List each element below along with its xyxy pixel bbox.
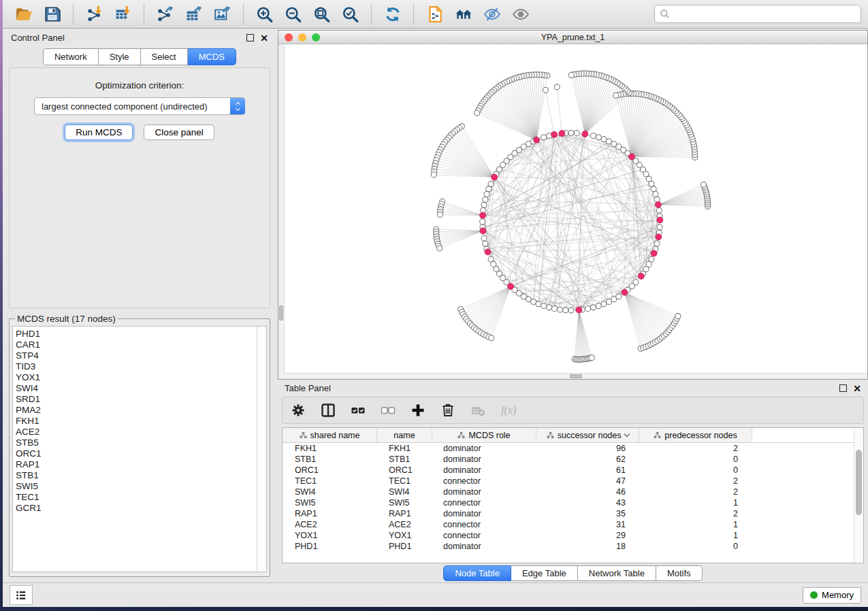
column-header-MCDS-role[interactable]: MCDS role [432, 428, 536, 442]
network-vertical-scrollbar[interactable] [278, 44, 285, 379]
column-header-name[interactable]: name [377, 428, 432, 442]
first-neighbors-icon[interactable] [453, 4, 474, 24]
tab-network-table[interactable]: Network Table [578, 565, 656, 581]
cell-MCDS-role: dominator [431, 487, 534, 497]
optimization-criterion-label: Optimization criterion: [10, 80, 270, 90]
mcds-result-list[interactable]: PHD1CAR1STP4TID3YOX1SWI4SRD1PMA2FKH1ACE2… [16, 327, 257, 571]
export-image-icon[interactable] [212, 4, 233, 24]
tab-edge-table[interactable]: Edge Table [511, 565, 578, 581]
memory-button[interactable]: Memory [803, 587, 861, 604]
mcds-result-item[interactable]: CAR1 [16, 340, 257, 350]
add-row-icon[interactable] [409, 401, 427, 419]
network-horizontal-scrollbar[interactable] [284, 373, 867, 379]
mcds-result-item[interactable]: SWI5 [16, 481, 257, 492]
main-toolbar [3, 0, 868, 29]
close-table-panel-icon[interactable]: ✕ [853, 385, 861, 392]
float-panel-icon[interactable] [246, 34, 254, 42]
mcds-result-item[interactable]: PHD1 [16, 329, 257, 340]
export-network-icon[interactable] [155, 4, 176, 24]
column-icon[interactable] [319, 401, 337, 419]
mcds-result-item[interactable]: YOX1 [16, 372, 257, 383]
close-panel-icon[interactable]: ✕ [260, 35, 268, 42]
mcds-result-item[interactable]: FKH1 [16, 416, 257, 427]
show-details-icon[interactable] [511, 4, 531, 24]
cell-shared-name: PHD1 [283, 542, 376, 551]
column-header-successor-nodes[interactable]: successor nodes [536, 428, 639, 442]
settings-gear-icon[interactable] [289, 401, 307, 419]
cell-successor-nodes: 62 [534, 455, 637, 464]
cell-name: PHD1 [376, 542, 431, 551]
mcds-result-item[interactable]: STB5 [16, 437, 257, 448]
cell-shared-name: SWI4 [283, 487, 376, 497]
tab-network[interactable]: Network [43, 48, 99, 65]
refresh-icon[interactable] [383, 4, 403, 24]
cell-shared-name: RAP1 [283, 509, 376, 518]
table-row[interactable]: FKH1FKH1dominator962 [283, 443, 854, 454]
mcds-result-item[interactable]: SRD1 [16, 394, 257, 405]
float-table-panel-icon[interactable] [839, 384, 847, 392]
tab-style[interactable]: Style [99, 48, 141, 65]
mcds-result-item[interactable]: SWI4 [16, 383, 257, 394]
criterion-dropdown[interactable]: largest connected component (undirected) [34, 97, 245, 115]
hide-details-icon[interactable] [482, 4, 502, 24]
search-input[interactable] [674, 8, 856, 20]
table-scrollbar[interactable] [854, 428, 863, 563]
network-window-titlebar[interactable]: YPA_prune.txt_1 [278, 31, 867, 44]
import-network-icon[interactable] [84, 4, 105, 24]
table-row[interactable]: ACE2ACE2connector311 [283, 519, 854, 530]
export-table-icon[interactable] [184, 4, 204, 24]
mcds-result-item[interactable]: TEC1 [16, 492, 257, 503]
cell-MCDS-role: connector [431, 520, 534, 529]
delete-row-icon[interactable] [439, 401, 457, 419]
import-table-icon[interactable] [113, 4, 133, 24]
zoom-out-icon[interactable] [283, 4, 304, 24]
tab-node-table[interactable]: Node Table [443, 565, 511, 581]
search-box[interactable] [654, 5, 861, 23]
result-list-scrollbar[interactable] [257, 327, 266, 572]
cell-successor-nodes: 96 [534, 444, 637, 453]
network-file-icon[interactable] [425, 4, 445, 24]
task-history-button[interactable] [10, 585, 33, 605]
cell-MCDS-role: dominator [431, 465, 534, 475]
mcds-result-item[interactable]: RAP1 [16, 459, 257, 470]
tab-mcds[interactable]: MCDS [188, 48, 236, 65]
table-row[interactable]: ORC1ORC1dominator610 [283, 465, 854, 476]
column-header-predecessor-nodes[interactable]: predecessor nodes [639, 428, 752, 442]
node-table[interactable]: shared namenameMCDS rolesuccessor nodesp… [283, 428, 854, 563]
mcds-result-item[interactable]: TID3 [16, 361, 257, 372]
mcds-result-item[interactable]: STB1 [16, 470, 257, 481]
save-icon[interactable] [42, 4, 63, 24]
cell-name: TEC1 [376, 476, 431, 486]
select-all-icon[interactable] [349, 401, 367, 419]
deselect-all-icon[interactable] [379, 401, 397, 419]
table-panel: Table Panel ✕ f(x) shared namenameMCDS r… [276, 380, 868, 582]
control-panel-title: Control Panel [11, 33, 65, 43]
mcds-result-item[interactable]: GCR1 [16, 503, 257, 514]
table-row[interactable]: SWI4SWI4dominator462 [283, 486, 854, 497]
open-icon[interactable] [14, 4, 34, 24]
tab-motifs[interactable]: Motifs [656, 565, 703, 581]
cell-name: FKH1 [376, 444, 431, 453]
mcds-result-item[interactable]: PMA2 [16, 405, 257, 416]
tab-select[interactable]: Select [141, 48, 188, 65]
table-row[interactable]: STB1STB1dominator620 [283, 454, 854, 465]
hierarchy-icon [547, 431, 554, 439]
run-mcds-button[interactable]: Run MCDS [65, 125, 133, 140]
zoom-in-icon[interactable] [255, 4, 275, 24]
cell-name: STB1 [376, 455, 431, 464]
mcds-result-item[interactable]: ACE2 [16, 427, 257, 437]
table-row[interactable]: SWI5SWI5connector431 [283, 497, 854, 508]
zoom-selected-icon[interactable] [340, 4, 361, 24]
table-row[interactable]: RAP1RAP1dominator352 [283, 508, 854, 519]
table-row[interactable]: YOX1YOX1connector291 [283, 530, 854, 541]
table-row[interactable]: TEC1TEC1connector472 [283, 476, 854, 486]
mcds-result-item[interactable]: ORC1 [16, 448, 257, 459]
hierarchy-icon [457, 431, 465, 439]
network-canvas[interactable] [278, 44, 867, 379]
table-row[interactable]: PHD1PHD1dominator180 [283, 541, 854, 552]
network-graph[interactable] [278, 44, 867, 379]
column-header-shared-name[interactable]: shared name [283, 428, 377, 442]
close-panel-button[interactable]: Close panel [144, 125, 214, 140]
zoom-fit-icon[interactable] [312, 4, 332, 24]
mcds-result-item[interactable]: STP4 [16, 350, 257, 361]
